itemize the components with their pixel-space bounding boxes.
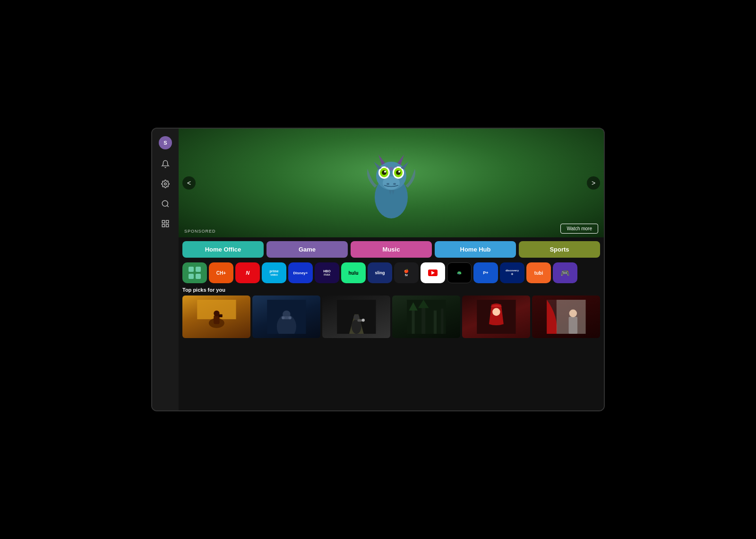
svg-rect-47 (421, 307, 425, 334)
user-avatar[interactable]: S (159, 136, 172, 149)
app-disney-plus[interactable]: Disney+ (288, 262, 313, 283)
app-tubi[interactable]: tubi (526, 262, 551, 283)
top-pick-1[interactable] (182, 296, 250, 338)
svg-rect-32 (218, 314, 222, 317)
svg-point-44 (361, 319, 364, 322)
app-peacock[interactable]: 🦚 (447, 262, 472, 283)
category-home-office[interactable]: Home Office (182, 241, 264, 258)
app-hbo-max[interactable]: HBO max (315, 262, 339, 283)
app-ch[interactable]: CH+ (209, 262, 233, 283)
category-row: Home Office Game Music Home Hub Sports (179, 237, 604, 261)
top-pick-3[interactable] (322, 296, 390, 338)
svg-point-21 (389, 167, 393, 171)
app-discovery-plus[interactable]: discovery + (500, 262, 524, 283)
main-content: < > SPONSORED Watch more Home Office Gam… (179, 129, 604, 410)
svg-point-37 (282, 316, 284, 319)
top-picks-row (182, 296, 600, 338)
category-game[interactable]: Game (266, 241, 348, 258)
app-apps[interactable] (182, 262, 207, 283)
svg-rect-48 (433, 311, 436, 334)
sponsored-label: SPONSORED (184, 229, 216, 234)
app-youtube[interactable] (421, 262, 445, 283)
category-music[interactable]: Music (351, 241, 432, 258)
hero-image (353, 136, 429, 230)
svg-rect-6 (166, 225, 169, 227)
apps-row: CH+ N prime video Disney+ HBO (179, 261, 604, 285)
svg-rect-24 (189, 267, 194, 272)
svg-rect-3 (162, 220, 164, 223)
svg-point-0 (164, 183, 167, 185)
list-icon[interactable] (160, 218, 171, 229)
app-gaming[interactable]: 🎮 (553, 262, 577, 283)
svg-rect-49 (441, 309, 443, 334)
svg-point-14 (382, 170, 387, 175)
svg-rect-46 (412, 310, 414, 334)
svg-rect-27 (196, 274, 201, 279)
hero-banner: < > SPONSORED Watch more (179, 129, 604, 237)
svg-point-18 (387, 183, 389, 185)
app-apple-tv[interactable]: 🍎 tv (394, 262, 419, 283)
svg-point-17 (398, 171, 400, 173)
app-hulu[interactable]: hulu (341, 262, 366, 283)
app-netflix[interactable]: N (235, 262, 260, 283)
hero-prev-button[interactable]: < (182, 176, 196, 190)
top-picks-title: Top picks for you (182, 287, 600, 293)
app-prime-video[interactable]: prime video (262, 262, 286, 283)
svg-point-19 (393, 183, 396, 185)
svg-rect-4 (166, 220, 169, 223)
notifications-icon[interactable] (160, 159, 171, 169)
svg-point-22 (386, 166, 387, 168)
svg-point-15 (396, 170, 401, 175)
tv-screen: S (151, 128, 605, 411)
svg-line-2 (167, 205, 168, 207)
category-sports[interactable]: Sports (519, 241, 600, 258)
top-pick-5[interactable] (462, 296, 530, 338)
svg-point-23 (395, 166, 397, 168)
hero-next-button[interactable]: > (587, 176, 600, 190)
settings-icon[interactable] (160, 179, 171, 189)
svg-point-38 (288, 316, 291, 319)
svg-rect-26 (189, 274, 194, 279)
svg-point-16 (384, 171, 386, 173)
top-picks-section: Top picks for you (179, 285, 604, 410)
svg-rect-43 (357, 319, 362, 322)
category-home-hub[interactable]: Home Hub (435, 241, 516, 258)
sidebar: S (152, 129, 179, 410)
svg-rect-25 (196, 267, 201, 272)
watch-more-button[interactable]: Watch more (560, 224, 598, 234)
top-pick-4[interactable] (392, 296, 460, 338)
app-sling[interactable]: sling (368, 262, 392, 283)
svg-point-1 (162, 200, 168, 206)
top-pick-2[interactable] (252, 296, 320, 338)
svg-rect-56 (568, 317, 577, 334)
search-icon[interactable] (160, 199, 171, 209)
svg-rect-5 (162, 225, 164, 227)
svg-point-53 (492, 308, 500, 315)
svg-point-57 (569, 310, 576, 317)
app-paramount-plus[interactable]: P+ (473, 262, 498, 283)
top-pick-6[interactable] (532, 296, 600, 338)
